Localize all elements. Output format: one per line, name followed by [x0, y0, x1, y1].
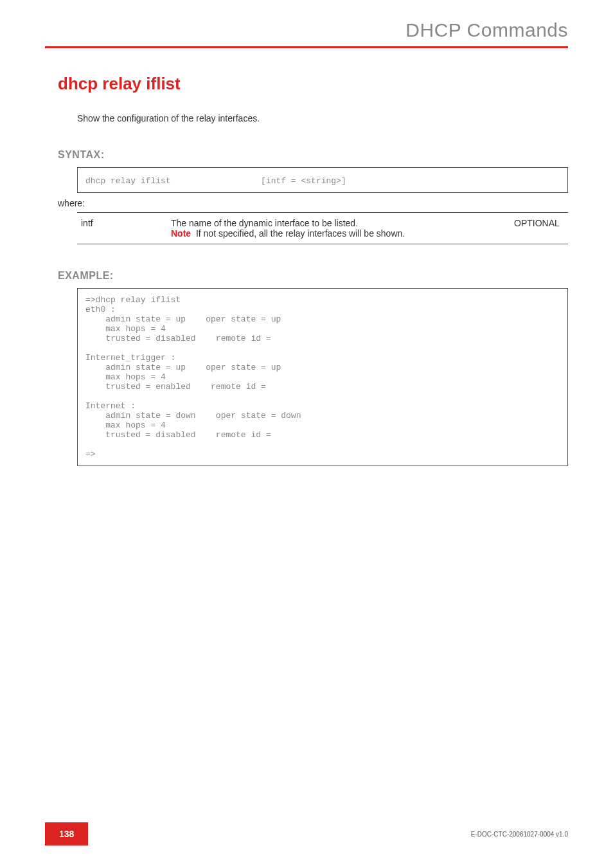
param-name: intf [77, 213, 167, 244]
syntax-label: SYNTAX: [58, 149, 568, 161]
page-title: dhcp relay iflist [58, 74, 568, 94]
page-description: Show the configuration of the relay inte… [77, 113, 568, 123]
example-label: EXAMPLE: [58, 270, 568, 282]
page-number-badge: 138 [45, 822, 88, 845]
breadcrumb: DHCP Commands [45, 19, 568, 46]
where-label: where: [58, 198, 568, 208]
param-desc-line: The name of the dynamic interface to be … [171, 218, 506, 228]
syntax-command: dhcp relay iflist [intf = <string>] [85, 176, 346, 186]
note-label: Note [171, 228, 191, 239]
example-box: =>dhcp relay iflist eth0 : admin state =… [77, 288, 568, 466]
note-text: If not specified, all the relay interfac… [196, 228, 405, 239]
syntax-box: dhcp relay iflist [intf = <string>] [77, 167, 568, 193]
doc-id: E-DOC-CTC-20061027-0004 v1.0 [471, 831, 568, 838]
example-output: =>dhcp relay iflist eth0 : admin state =… [85, 295, 560, 459]
table-row: intf The name of the dynamic interface t… [77, 213, 568, 244]
param-table: intf The name of the dynamic interface t… [77, 212, 568, 244]
param-flag: OPTIONAL [510, 213, 568, 244]
footer: 138 E-DOC-CTC-20061027-0004 v1.0 [0, 822, 613, 845]
param-note: Note If not specified, all the relay int… [171, 228, 506, 239]
param-desc: The name of the dynamic interface to be … [167, 213, 510, 244]
